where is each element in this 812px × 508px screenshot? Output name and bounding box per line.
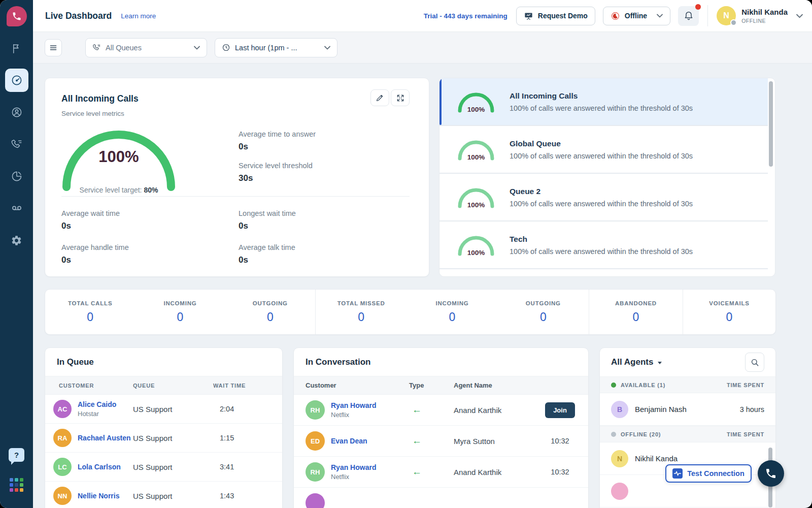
user-menu[interactable]: N Nikhil Kanda OFFLINE (717, 6, 803, 25)
queue-item-all-incoming-calls[interactable]: 100% All Incoming Calls 100% of calls we… (439, 78, 768, 125)
agent-search-button[interactable] (745, 353, 764, 372)
sidebar: ? (0, 0, 33, 508)
topbar-right: Trial - 443 days remaining Request Demo … (424, 5, 803, 26)
sidebar-item-settings[interactable] (5, 229, 28, 252)
table-row[interactable]: ED Evan Dean ← Myra Sutton 10:32 (294, 426, 588, 457)
customer-name-link[interactable]: Rachael Austen (78, 434, 131, 442)
time-range-select[interactable]: Last hour (1pm - ... (215, 38, 337, 57)
notifications-button[interactable] (678, 6, 699, 26)
dashboard-icon (11, 74, 23, 86)
sidebar-item-voicemail[interactable] (5, 197, 28, 220)
time-spent-header: TIME SPENT (727, 431, 764, 437)
join-button[interactable]: Join (545, 402, 575, 418)
table-row[interactable]: LC Lola Carlson US Support 3:41 (45, 453, 282, 482)
user-presence-dot (730, 19, 737, 26)
content: All Incoming Calls Service level metrics… (33, 64, 812, 508)
stat-missed-incoming: INCOMING 0 (407, 290, 497, 334)
table-row[interactable]: NN Nellie Norris US Support 1:43 (45, 482, 282, 508)
sidebar-item-dashboard[interactable] (5, 69, 28, 92)
agents-filter-dropdown[interactable]: All Agents (611, 357, 662, 367)
avatar: N (611, 450, 628, 467)
sidebar-item-contacts[interactable] (5, 101, 28, 124)
table-row[interactable]: RH Ryan Howard Netflix ← Anand Karthik J… (294, 395, 588, 426)
avatar-initials: NN (58, 492, 67, 500)
section-label: AVAILABLE (1) (621, 382, 665, 388)
queue-gauge-value: 100% (456, 153, 496, 161)
user-name: Nikhil Kanda (741, 8, 788, 16)
avatar (611, 483, 628, 500)
bell-icon (683, 10, 694, 21)
scrollbar-thumb[interactable] (769, 81, 773, 167)
test-connection-button[interactable]: Test Connection (665, 464, 752, 483)
divider (61, 196, 410, 197)
request-demo-button[interactable]: Request Demo (516, 7, 595, 25)
stat-value: 0 (358, 310, 364, 324)
sidebar-item-call-metrics[interactable] (5, 133, 28, 156)
presentation-icon (524, 11, 533, 21)
table-row[interactable]: RH Ryan Howard Netflix ← Anand Karthik 1… (294, 457, 588, 488)
expand-button[interactable] (391, 89, 410, 106)
freshcaller-logo[interactable] (7, 6, 27, 26)
voicemail-icon (11, 202, 23, 214)
metric-label: Average time to answer (239, 130, 316, 138)
stat-value: 0 (87, 310, 93, 324)
caret-down-icon (658, 362, 662, 364)
customer-name-link[interactable]: Nellie Norris (78, 492, 119, 500)
avatar: N (717, 6, 736, 25)
queue-cell: US Support (133, 434, 213, 442)
queue-name: All Incoming Calls (510, 91, 693, 101)
table-row[interactable]: AC Alice Caido Hotstar US Support 2:04 (45, 395, 282, 424)
queue-gauge: 100% (456, 138, 496, 161)
call-duration: 10:32 (551, 468, 569, 476)
table-row[interactable]: RA Rachael Austen US Support 1:15 (45, 424, 282, 453)
app-switcher-icon[interactable] (10, 478, 23, 492)
user-status: OFFLINE (741, 18, 788, 24)
in-queue-header: CUSTOMER QUEUE WAIT TIME (45, 376, 282, 395)
customer-name-link[interactable]: Alice Caido (78, 400, 116, 408)
customer-company: Netflix (331, 473, 376, 481)
in-conversation-title: In Conversation (306, 357, 370, 367)
queue-desc: 100% of calls were answered within the t… (510, 152, 693, 160)
queue-gauge: 100% (456, 233, 496, 257)
sidebar-item-reports[interactable] (5, 165, 28, 188)
avatar: NN (53, 487, 72, 505)
queue-item-global-queue[interactable]: 100% Global Queue 100% of calls were ans… (439, 126, 768, 173)
time-range-value: Last hour (1pm - ... (235, 44, 320, 52)
queue-item-partial (439, 269, 768, 277)
agent-name: Benjamin Nash (635, 405, 687, 414)
agent-name-cell: Anand Karthik (454, 406, 539, 415)
customer-name-link[interactable]: Ryan Howard (331, 463, 376, 471)
queue-item-queue-2[interactable]: 100% Queue 2 100% of calls were answered… (439, 174, 768, 220)
metric-value: 0s (239, 255, 296, 265)
queue-item-tech[interactable]: 100% Tech 100% of calls were answered wi… (439, 221, 768, 268)
customer-name-link[interactable]: Ryan Howard (331, 401, 376, 409)
stat-value: 0 (540, 310, 547, 324)
avatar-initial: B (617, 405, 622, 414)
stat-label: INCOMING (163, 300, 196, 306)
customer-name-link[interactable]: Evan Dean (331, 437, 367, 445)
queue-filter-select[interactable]: All Queues (85, 38, 207, 57)
wait-time-cell: 1:15 (213, 434, 282, 442)
pie-chart-icon (11, 170, 23, 182)
stat-missed-outgoing: OUTGOING 0 (498, 290, 589, 334)
dashboard-list-button[interactable] (45, 39, 62, 56)
phone-dialer-fab[interactable] (758, 460, 784, 487)
avatar: RA (53, 429, 72, 447)
stat-label: OUTGOING (526, 300, 561, 306)
wait-time-cell: 1:43 (213, 492, 282, 500)
customer-name-link[interactable]: Lola Carlson (78, 463, 121, 471)
presence-dropdown[interactable]: Offline (603, 7, 670, 25)
queue-cell: US Support (133, 463, 213, 471)
metric-label: Service level threshold (239, 162, 316, 170)
agent-row[interactable]: B Benjamin Nash 3 hours (600, 393, 775, 426)
sidebar-item-onboarding[interactable] (5, 37, 28, 60)
stat-voicemails: VOICEMAILS 0 (683, 290, 775, 334)
clock-icon (222, 43, 230, 52)
request-demo-label: Request Demo (538, 12, 588, 20)
learn-more-link[interactable]: Learn more (121, 12, 156, 20)
help-button[interactable]: ? (9, 448, 24, 462)
pencil-icon (375, 93, 385, 103)
stat-label: TOTAL MISSED (337, 300, 385, 306)
avatar-initial: N (723, 11, 729, 20)
edit-button[interactable] (370, 89, 389, 106)
